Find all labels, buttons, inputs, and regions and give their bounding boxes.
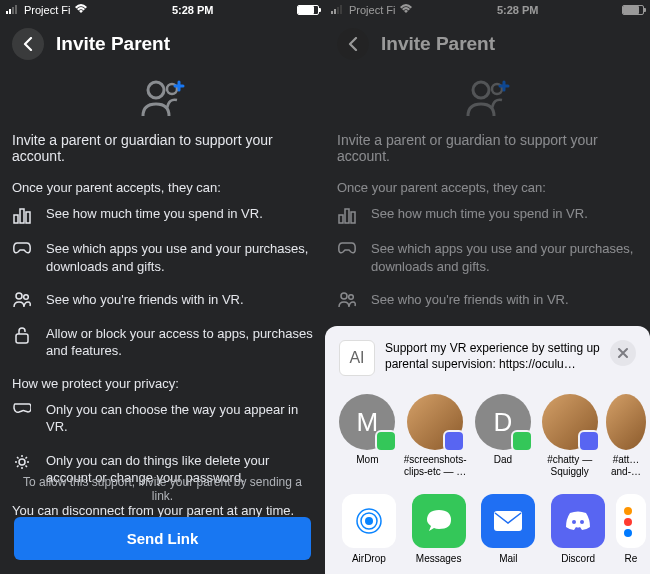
- status-bar: Project Fi 5:28 PM: [325, 0, 650, 20]
- discord-badge-icon: [443, 430, 465, 452]
- feature-text: See who you're friends with in VR.: [46, 291, 244, 309]
- app-label: AirDrop: [352, 553, 386, 564]
- share-sheet: AI Support my VR experience by setting u…: [325, 326, 650, 574]
- contact-label: #att… and-…: [606, 454, 646, 478]
- parent-hero-icon: [325, 68, 650, 132]
- share-contacts-row: M Mom #screenshots-clips-etc — … D Dad #…: [325, 390, 650, 490]
- battery-icon: [622, 5, 644, 15]
- phone-left: Project Fi 5:28 PM Invite Parent Invite …: [0, 0, 325, 574]
- avatar: [606, 394, 646, 450]
- subtitle-text: Invite a parent or guardian to support y…: [325, 132, 650, 180]
- send-link-button[interactable]: Send Link: [14, 517, 311, 560]
- feature-block: Allow or block your access to apps, purc…: [0, 325, 325, 376]
- signal-icon: [331, 4, 345, 16]
- contact-label: Mom: [356, 454, 378, 466]
- privacy-label: How we protect your privacy:: [0, 376, 325, 401]
- avatar: [542, 394, 598, 450]
- svg-rect-20: [345, 209, 349, 223]
- share-message: Support my VR experience by setting up p…: [385, 340, 600, 372]
- headset-icon: [12, 401, 32, 414]
- avatar: M: [339, 394, 395, 450]
- status-bar: Project Fi 5:28 PM: [0, 0, 325, 20]
- parent-hero-icon: [0, 68, 325, 132]
- subtitle-text: Invite a parent or guardian to support y…: [0, 132, 325, 180]
- reminders-icon: [616, 494, 646, 548]
- svg-point-24: [365, 517, 373, 525]
- share-contact[interactable]: #att… and-…: [606, 394, 646, 478]
- bar-chart-icon: [12, 205, 32, 224]
- share-app-discord[interactable]: Discord: [546, 494, 610, 564]
- svg-rect-13: [331, 11, 333, 14]
- wifi-icon: [74, 4, 88, 16]
- messages-badge-icon: [511, 430, 533, 452]
- page-header: Invite Parent: [0, 20, 325, 68]
- svg-rect-8: [26, 212, 30, 223]
- back-button[interactable]: [337, 28, 369, 60]
- wifi-icon: [399, 4, 413, 16]
- share-contact[interactable]: #chatty — Squiggly Time: [539, 394, 600, 478]
- close-button[interactable]: [610, 340, 636, 366]
- page-header: Invite Parent: [325, 20, 650, 68]
- phone-right: Project Fi 5:28 PM Invite Parent Invite …: [325, 0, 650, 574]
- feature-text: See who you're friends with in VR.: [371, 291, 569, 309]
- feature-time: See how much time you spend in VR.: [0, 205, 325, 240]
- footer-note: To allow this support, invite your paren…: [0, 467, 325, 511]
- app-label: Messages: [416, 553, 462, 564]
- back-button[interactable]: [12, 28, 44, 60]
- messages-icon: [412, 494, 466, 548]
- contact-label: #screenshots-clips-etc — …: [404, 454, 467, 478]
- svg-rect-16: [340, 5, 342, 14]
- avatar: D: [475, 394, 531, 450]
- share-contact[interactable]: D Dad: [473, 394, 534, 478]
- svg-point-28: [572, 520, 576, 524]
- svg-point-17: [473, 82, 489, 98]
- carrier-label: Project Fi: [24, 4, 70, 16]
- svg-rect-6: [14, 215, 18, 223]
- mail-icon: [481, 494, 535, 548]
- page-title: Invite Parent: [381, 33, 495, 55]
- app-label: Discord: [561, 553, 595, 564]
- svg-point-23: [349, 295, 354, 300]
- controller-icon: [337, 240, 357, 255]
- share-contact[interactable]: #screenshots-clips-etc — …: [404, 394, 467, 478]
- svg-point-10: [24, 295, 29, 300]
- feature-text: See how much time you spend in VR.: [371, 205, 588, 223]
- discord-badge-icon: [578, 430, 600, 452]
- share-thumbnail: AI: [339, 340, 375, 376]
- feature-text: See how much time you spend in VR.: [46, 205, 263, 223]
- accepts-label: Once your parent accepts, they can:: [325, 180, 650, 205]
- status-time: 5:28 PM: [413, 4, 622, 16]
- contact-label: #chatty — Squiggly Time: [539, 454, 600, 478]
- app-label: Mail: [499, 553, 517, 564]
- accepts-label: Once your parent accepts, they can:: [0, 180, 325, 205]
- share-app-messages[interactable]: Messages: [407, 494, 471, 564]
- svg-point-22: [341, 293, 347, 299]
- share-app-airdrop[interactable]: AirDrop: [337, 494, 401, 564]
- bar-chart-icon: [337, 205, 357, 224]
- feature-text: See which apps you use and your purchase…: [46, 240, 313, 275]
- svg-point-4: [148, 82, 164, 98]
- share-app-mail[interactable]: Mail: [477, 494, 541, 564]
- avatar: [407, 394, 463, 450]
- people-icon: [337, 291, 357, 308]
- svg-rect-21: [351, 212, 355, 223]
- svg-rect-15: [337, 7, 339, 14]
- status-time: 5:28 PM: [88, 4, 297, 16]
- share-contact[interactable]: M Mom: [337, 394, 398, 478]
- svg-rect-19: [339, 215, 343, 223]
- svg-point-30: [624, 507, 632, 515]
- app-label: Re: [625, 553, 638, 564]
- page-title: Invite Parent: [56, 33, 170, 55]
- svg-point-32: [624, 529, 632, 537]
- feature-friends: See who you're friends with in VR.: [0, 291, 325, 325]
- share-app-reminders[interactable]: Re: [616, 494, 646, 564]
- svg-rect-7: [20, 209, 24, 223]
- contact-label: Dad: [494, 454, 512, 466]
- signal-icon: [6, 4, 20, 16]
- airdrop-icon: [342, 494, 396, 548]
- svg-rect-0: [6, 11, 8, 14]
- battery-icon: [297, 5, 319, 15]
- feature-text: Only you can choose the way you appear i…: [46, 401, 313, 436]
- discord-icon: [551, 494, 605, 548]
- feature-text: See which apps you use and your purchase…: [371, 240, 638, 275]
